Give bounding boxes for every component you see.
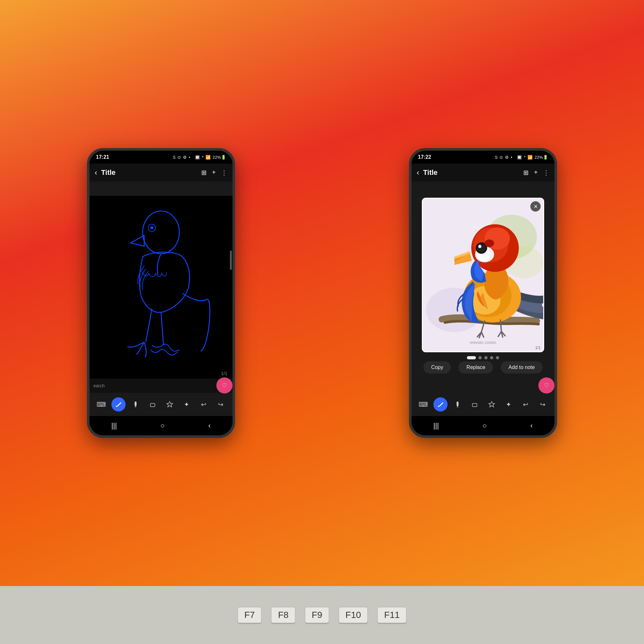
svg-point-21 xyxy=(477,244,486,253)
left-title: Title xyxy=(101,168,197,177)
left-battery-text: 22%🔋 xyxy=(213,155,226,160)
right-pen-btn[interactable] xyxy=(433,397,448,412)
right-nav-bar: ||| ○ ‹ xyxy=(412,416,554,435)
scene: 17:21 S ⊙ ⚙ • 🔲 * 📶 22%🔋 xyxy=(0,0,644,644)
right-s-indicator: S xyxy=(495,155,498,160)
keyboard-area: F7 F8 F9 F10 F11 xyxy=(0,586,644,644)
dot-5 xyxy=(496,356,499,359)
left-highlighter-btn[interactable] xyxy=(128,397,143,412)
right-phone: 17:22 S ⊙ ⚙ • 🔲 * 📶 22%🔋 xyxy=(409,148,557,438)
bird-image-overlay: ✕ xyxy=(422,198,544,352)
key-f9[interactable]: F9 xyxy=(305,607,329,623)
left-undo-btn[interactable]: ↩ xyxy=(197,397,211,412)
right-highlighter-btn[interactable] xyxy=(450,397,465,412)
left-nav-menu[interactable]: ||| xyxy=(111,421,117,430)
key-f8[interactable]: F8 xyxy=(271,607,295,623)
left-redo-btn[interactable]: ↪ xyxy=(214,397,228,412)
left-sim-icon: 🔲 xyxy=(195,155,200,160)
right-move-btn[interactable]: ✦ xyxy=(502,397,516,412)
left-bt-icon: * xyxy=(202,155,204,160)
right-dot-icon: • xyxy=(511,155,512,160)
right-phone-inner: 17:22 S ⊙ ⚙ • 🔲 * 📶 22%🔋 xyxy=(412,151,554,435)
close-overlay-btn[interactable]: ✕ xyxy=(530,201,541,212)
right-image-counter: 1/1 xyxy=(535,346,541,350)
dot-4 xyxy=(490,356,493,359)
svg-rect-27 xyxy=(472,403,477,407)
right-nav-back[interactable]: ‹ xyxy=(530,421,533,430)
action-buttons-row: Copy Replace Add to note xyxy=(423,361,543,374)
left-status-icons: S ⊙ ⚙ • 🔲 * 📶 22%🔋 xyxy=(173,155,226,160)
left-eraser-btn[interactable] xyxy=(146,397,160,412)
left-add-icon[interactable]: + xyxy=(212,169,216,176)
right-nav-menu[interactable]: ||| xyxy=(433,421,439,430)
left-s-indicator: S xyxy=(173,155,176,160)
left-nav-back[interactable]: ‹ xyxy=(208,421,211,430)
svg-point-23 xyxy=(485,240,494,247)
right-add-icon[interactable]: + xyxy=(534,169,538,176)
add-to-note-button[interactable]: Add to note xyxy=(501,361,543,374)
right-nav-home[interactable]: ○ xyxy=(482,421,487,430)
left-nav-bar: ||| ○ ‹ xyxy=(90,416,232,435)
right-content-area: ✕ xyxy=(412,182,554,393)
svg-point-0 xyxy=(143,211,179,254)
scroll-handle[interactable] xyxy=(230,251,232,270)
left-actions: ⊞ + ⋮ xyxy=(201,169,227,176)
svg-rect-26 xyxy=(457,406,458,407)
left-circle-icon: ⊙ xyxy=(177,155,181,160)
right-battery-text: 22%🔋 xyxy=(535,155,548,160)
svg-point-3 xyxy=(116,406,117,407)
svg-point-2 xyxy=(150,226,153,229)
right-back-button[interactable]: ‹ xyxy=(417,168,419,177)
colorful-bird-svg xyxy=(423,199,543,351)
left-header-area xyxy=(90,182,232,196)
replace-button[interactable]: Replace xyxy=(459,361,493,374)
right-view-icon[interactable]: ⊞ xyxy=(523,169,529,176)
right-status-icons: S ⊙ ⚙ • 🔲 * 📶 22%🔋 xyxy=(495,155,548,160)
key-f11[interactable]: F11 xyxy=(377,607,406,623)
copy-button[interactable]: Copy xyxy=(423,361,451,374)
left-canvas[interactable]: 1/1 xyxy=(90,196,232,379)
left-keyboard-btn[interactable]: ⌨ xyxy=(94,397,109,412)
right-bottom-toolbar: ⌨ xyxy=(412,393,554,416)
right-title: Title xyxy=(423,168,519,177)
dot-2 xyxy=(478,356,482,359)
right-gear-icon: ⚙ xyxy=(505,155,509,160)
dots-indicator xyxy=(467,356,499,359)
right-circle-icon: ⊙ xyxy=(499,155,503,160)
right-eraser-btn[interactable] xyxy=(468,397,482,412)
svg-rect-5 xyxy=(135,406,136,407)
left-nav-home[interactable]: ○ xyxy=(160,421,165,430)
svg-marker-7 xyxy=(167,402,173,407)
left-select-btn[interactable] xyxy=(163,397,177,412)
right-keyboard-btn[interactable]: ⌨ xyxy=(416,397,431,412)
left-view-icon[interactable]: ⊞ xyxy=(201,169,207,176)
svg-rect-4 xyxy=(135,402,137,406)
left-move-btn[interactable]: ✦ xyxy=(180,397,194,412)
left-status-bar: 17:21 S ⊙ ⚙ • 🔲 * 📶 22%🔋 xyxy=(90,151,232,164)
left-phone-inner: 17:21 S ⊙ ⚙ • 🔲 * 📶 22%🔋 xyxy=(90,151,232,435)
right-undo-btn[interactable]: ↩ xyxy=(519,397,533,412)
left-back-button[interactable]: ‹ xyxy=(95,168,97,177)
key-f10[interactable]: F10 xyxy=(339,607,368,623)
right-redo-btn[interactable]: ↪ xyxy=(536,397,550,412)
left-status-time: 17:21 xyxy=(96,154,109,160)
left-pen-btn[interactable] xyxy=(111,397,126,412)
right-more-icon[interactable]: ⋮ xyxy=(543,169,549,176)
left-pink-badge: ♡ xyxy=(216,377,232,393)
left-more-icon[interactable]: ⋮ xyxy=(221,169,227,176)
watermark-text: eneratic conten xyxy=(470,340,496,345)
bird-sketch-svg xyxy=(90,196,232,379)
key-f7[interactable]: F7 xyxy=(238,607,262,623)
svg-rect-6 xyxy=(150,403,155,407)
svg-point-24 xyxy=(438,406,439,407)
left-phone-wrapper: 17:21 S ⊙ ⚙ • 🔲 * 📶 22%🔋 xyxy=(0,0,322,586)
right-select-btn[interactable] xyxy=(485,397,499,412)
left-dot-icon: • xyxy=(189,155,190,160)
left-bottom-toolbar: ⌨ xyxy=(90,393,232,416)
right-top-bar: ‹ Title ⊞ + ⋮ xyxy=(412,164,554,182)
svg-point-22 xyxy=(478,245,481,248)
left-search-text: earch xyxy=(93,383,105,388)
left-search-bar: earch xyxy=(90,379,232,393)
phones-row: 17:21 S ⊙ ⚙ • 🔲 * 📶 22%🔋 xyxy=(0,0,644,586)
dot-3 xyxy=(484,356,488,359)
